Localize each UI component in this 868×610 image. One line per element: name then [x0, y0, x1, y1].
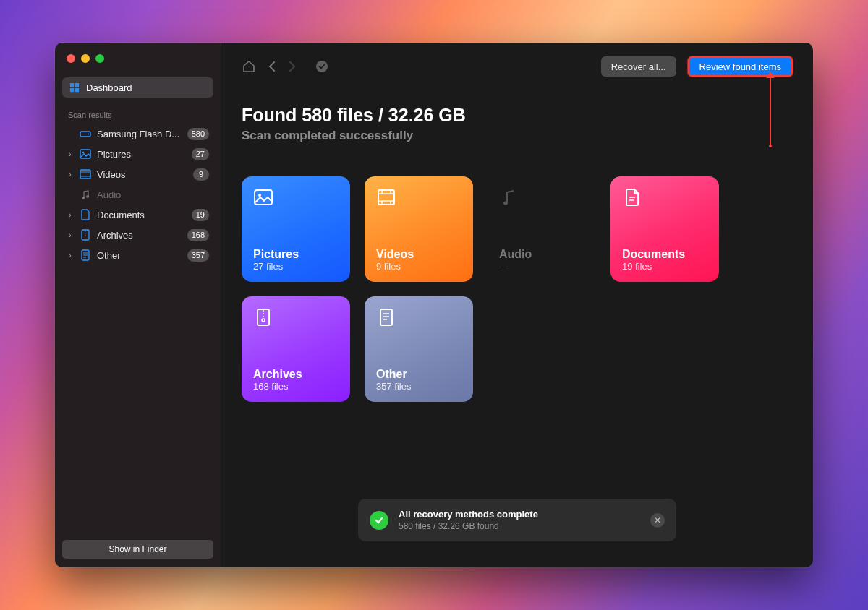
grid-icon [69, 82, 80, 93]
svg-point-13 [316, 61, 328, 72]
other-icon [376, 307, 461, 332]
card-title: Documents [622, 248, 707, 261]
card-count: 357 files [376, 381, 461, 392]
app-window: Dashboard Scan results Samsung Flash D..… [55, 43, 813, 567]
header: Found 580 files / 32.26 GB Scan complete… [242, 105, 793, 143]
drive-icon [80, 128, 91, 139]
svg-rect-14 [255, 190, 272, 205]
chevron-right-icon: › [67, 231, 74, 239]
sidebar-item-label: Documents [97, 210, 186, 220]
svg-point-5 [88, 134, 89, 135]
card-title: Archives [253, 368, 339, 381]
card-other[interactable]: Other 357 files [365, 296, 473, 402]
card-videos[interactable]: Videos 9 files [365, 176, 473, 282]
sidebar-item-label: Other [97, 250, 182, 261]
svg-point-9 [82, 197, 85, 199]
card-title: Audio [499, 248, 584, 261]
svg-point-19 [262, 319, 265, 322]
page-title: Found 580 files / 32.26 GB [242, 105, 793, 126]
count-badge: 580 [187, 128, 209, 140]
svg-rect-2 [70, 88, 74, 92]
svg-rect-3 [75, 88, 79, 92]
nav-back-icon[interactable] [268, 61, 276, 72]
sidebar-item-other[interactable]: › Other 357 [62, 245, 213, 265]
card-title: Other [376, 368, 461, 381]
svg-rect-20 [380, 309, 392, 325]
zoom-window-button[interactable] [95, 54, 104, 63]
close-icon[interactable]: ✕ [650, 513, 665, 528]
card-documents[interactable]: Documents 19 files [610, 176, 719, 282]
archive-icon [80, 229, 91, 241]
sidebar-item-documents[interactable]: › Documents 19 [62, 205, 213, 225]
card-count: 168 files [253, 381, 339, 392]
checkmark-icon [370, 511, 388, 530]
home-icon[interactable] [242, 60, 256, 73]
card-title: Videos [376, 248, 461, 261]
svg-rect-0 [70, 83, 74, 87]
sidebar-item-dashboard[interactable]: Dashboard [62, 77, 213, 98]
toolbar: Recover all... Review found items [242, 56, 793, 77]
svg-point-10 [86, 195, 89, 198]
svg-rect-8 [80, 170, 90, 179]
sidebar-item-audio[interactable]: Audio [62, 184, 213, 205]
main-area: Recover all... Review found items Found … [221, 43, 813, 567]
toast-subtitle: 580 files / 32.26 GB found [399, 521, 640, 531]
count-badge: 357 [187, 249, 209, 262]
sidebar-item-drive[interactable]: Samsung Flash D... 580 [62, 124, 213, 144]
card-count: 9 files [376, 261, 461, 272]
check-circle-icon[interactable] [315, 60, 328, 73]
count-badge: 27 [192, 148, 209, 160]
video-icon [80, 168, 91, 180]
sidebar-item-label: Archives [97, 230, 182, 241]
chevron-right-icon: › [67, 211, 74, 219]
count-badge: 9 [193, 168, 209, 181]
svg-point-15 [258, 194, 261, 197]
card-count: 27 files [253, 261, 339, 272]
chevron-right-icon: › [67, 252, 74, 259]
close-window-button[interactable] [67, 54, 75, 63]
card-title: Pictures [253, 248, 339, 261]
chevron-right-icon: › [67, 150, 74, 158]
sidebar-section-label: Scan results [62, 98, 213, 124]
window-controls [62, 53, 213, 77]
picture-icon [253, 187, 339, 212]
picture-icon [80, 148, 91, 160]
review-found-items-button[interactable]: Review found items [688, 56, 793, 77]
audio-icon [80, 189, 91, 200]
sidebar-item-archives[interactable]: › Archives 168 [62, 225, 213, 245]
svg-rect-16 [378, 190, 394, 205]
chevron-right-icon: › [67, 171, 74, 179]
sidebar-item-label: Videos [97, 169, 187, 180]
sidebar-item-label: Audio [97, 189, 209, 200]
sidebar-item-label: Pictures [97, 149, 186, 160]
sidebar-item-pictures[interactable]: › Pictures 27 [62, 144, 213, 164]
audio-icon [499, 187, 584, 212]
card-audio: Audio — [488, 176, 596, 282]
card-grid: Pictures 27 files Videos 9 files Audio — [242, 176, 793, 402]
card-count: 19 files [622, 261, 707, 272]
minimize-window-button[interactable] [81, 54, 90, 63]
other-icon [80, 249, 91, 261]
show-in-finder-button[interactable]: Show in Finder [62, 540, 213, 559]
card-archives[interactable]: Archives 168 files [242, 296, 350, 402]
count-badge: 19 [192, 209, 209, 221]
document-icon [80, 209, 91, 220]
sidebar-item-label: Samsung Flash D... [97, 129, 182, 139]
nav-forward-icon[interactable] [288, 61, 297, 72]
recover-all-button[interactable]: Recover all... [601, 56, 676, 77]
sidebar-item-videos[interactable]: › Videos 9 [62, 164, 213, 184]
page-subtitle: Scan completed successfully [242, 129, 793, 143]
toast-title: All recovery methods complete [399, 509, 640, 520]
card-count: — [499, 261, 584, 272]
svg-point-7 [82, 152, 85, 154]
document-icon [622, 187, 707, 212]
sidebar: Dashboard Scan results Samsung Flash D..… [55, 43, 221, 567]
card-pictures[interactable]: Pictures 27 files [242, 176, 350, 282]
svg-point-17 [503, 202, 508, 205]
archive-icon [253, 307, 339, 332]
annotation-arrow [770, 77, 771, 147]
video-icon [376, 187, 461, 212]
count-badge: 168 [187, 229, 209, 241]
completion-toast: All recovery methods complete 580 files … [358, 499, 676, 541]
dashboard-label: Dashboard [86, 82, 132, 93]
